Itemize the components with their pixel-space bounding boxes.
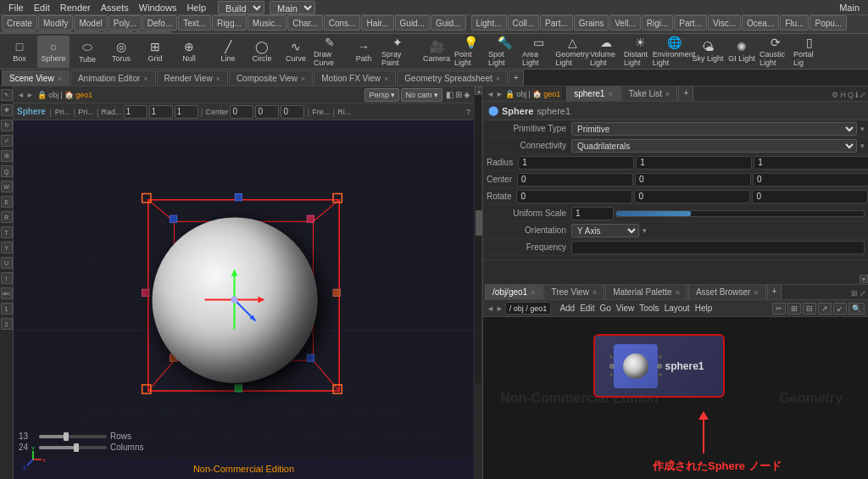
vp-persp-btn[interactable]: Persp ▾ xyxy=(364,88,399,102)
toolbar-visc[interactable]: Visc... xyxy=(708,15,741,31)
ne-tool-1[interactable]: ✂ xyxy=(772,303,786,315)
right-tab-takelist[interactable]: Take List × xyxy=(621,86,678,101)
ne-tool-5[interactable]: ↙ xyxy=(833,303,847,315)
toolbar-part2[interactable]: Part... xyxy=(674,15,707,31)
tab-render-view[interactable]: Render View × xyxy=(157,70,228,86)
right-panel-gear-icon[interactable]: ⚙ xyxy=(832,91,838,99)
menu-render[interactable]: Render xyxy=(55,3,96,13)
shape-box[interactable]: □ Box xyxy=(3,36,36,68)
menu-assets[interactable]: Assets xyxy=(96,3,134,13)
shape-curve[interactable]: ∿ Curve xyxy=(280,36,312,68)
shape-causticlight[interactable]: ⟳ Caustic Light xyxy=(760,36,792,68)
ne-menu-edit[interactable]: Edit xyxy=(580,304,594,313)
node-tab-tree-view-close[interactable]: × xyxy=(593,288,597,297)
menu-edit[interactable]: Edit xyxy=(29,3,55,13)
right-panel-h-icon[interactable]: H xyxy=(840,91,846,99)
param-center-y[interactable] xyxy=(255,105,279,119)
shape-arealight[interactable]: ▭ Area Light xyxy=(522,36,554,68)
ne-menu-help[interactable]: Help xyxy=(695,304,713,313)
toolbar-rigi[interactable]: Rigi... xyxy=(642,15,674,31)
prop-frequency-field[interactable] xyxy=(571,241,865,254)
node-tab-material-palette-close[interactable]: × xyxy=(676,288,680,297)
tool-11[interactable]: U xyxy=(1,257,13,269)
shape-geolight[interactable]: △ Geometry Light xyxy=(556,36,588,68)
prop-rotate-y[interactable] xyxy=(634,190,750,203)
tool-scale[interactable]: ⤢ xyxy=(1,135,13,147)
shape-drawcurve[interactable]: ✎ Draw Curve xyxy=(314,36,346,68)
tool-8[interactable]: R xyxy=(1,211,13,223)
tab-motion-fx-close[interactable]: × xyxy=(384,75,388,83)
toolbar-coll[interactable]: Coll... xyxy=(508,15,540,31)
nav-fwd-icon[interactable]: ► xyxy=(26,91,34,99)
tool-12[interactable]: I xyxy=(1,272,13,284)
prop-primitive-type-dropdown-icon[interactable]: ▾ xyxy=(860,125,865,133)
ne-menu-add[interactable]: Add xyxy=(559,304,575,313)
prop-connectivity-select[interactable]: Quadrilaterals xyxy=(571,139,857,153)
right-fwd-icon[interactable]: ► xyxy=(496,90,504,98)
tab-composite-view[interactable]: Composite View × xyxy=(229,70,313,86)
node-tab-asset-browser-close[interactable]: × xyxy=(754,288,758,297)
vp-nocam-btn[interactable]: No cam ▾ xyxy=(401,88,442,102)
tab-geo-spreadsheet-close[interactable]: × xyxy=(496,75,500,83)
right-panel-info-icon[interactable]: ℹ xyxy=(855,91,858,99)
shape-tube[interactable]: ⬭ Tube xyxy=(71,36,103,68)
ne-tool-2[interactable]: ⊞ xyxy=(787,303,801,315)
tool-num2[interactable]: 2 xyxy=(1,318,13,330)
prop-radius-z[interactable] xyxy=(754,156,868,170)
toolbar-ocea[interactable]: Ocea... xyxy=(742,15,779,31)
toolbar-model[interactable]: Model xyxy=(74,15,107,31)
right-tab-sphere1-close[interactable]: × xyxy=(608,90,612,98)
vp-icon2[interactable]: ⊞ xyxy=(455,90,462,99)
param-rad-field2[interactable] xyxy=(149,105,173,119)
rows-slider[interactable] xyxy=(39,435,107,438)
param-rad-field[interactable] xyxy=(124,105,147,119)
toolbar-part[interactable]: Part... xyxy=(540,15,573,31)
ne-menu-view[interactable]: View xyxy=(616,304,635,313)
shape-distlight[interactable]: ☀ Distant Light xyxy=(624,36,656,68)
tab-animation-editor[interactable]: Animation Editor × xyxy=(70,70,156,86)
node-tab-obj-geo1-close[interactable]: × xyxy=(531,288,535,297)
shape-camera[interactable]: 🎥 Camera xyxy=(420,36,453,68)
prop-orientation-dropdown-icon[interactable]: ▾ xyxy=(643,226,647,235)
toolbar-music[interactable]: Music... xyxy=(248,15,287,31)
ne-path-display[interactable]: / obj / geo1 xyxy=(505,302,552,315)
prop-uniform-scale-slider[interactable] xyxy=(615,210,865,217)
prop-rotate-z[interactable] xyxy=(752,190,868,203)
tool-select[interactable]: ↖ xyxy=(1,89,13,101)
node-canvas[interactable]: Non-Commercial Edition Geometry xyxy=(483,317,868,479)
prop-radius-x[interactable] xyxy=(518,156,634,170)
prop-center-x[interactable] xyxy=(517,173,633,187)
toolbar-guid2[interactable]: Guid... xyxy=(431,15,465,31)
cols-slider[interactable] xyxy=(39,446,107,449)
toolbar-guid1[interactable]: Guid... xyxy=(395,15,430,31)
tool-10[interactable]: Y xyxy=(1,242,13,253)
prop-radius-y[interactable] xyxy=(636,156,752,170)
viewport-scrollbar[interactable]: ▲ ▼ xyxy=(474,86,482,479)
prop-center-z[interactable] xyxy=(753,173,868,187)
tab-animation-editor-close[interactable]: × xyxy=(143,75,147,83)
right-panel-q-icon[interactable]: Q xyxy=(848,91,854,99)
tool-abc[interactable]: abc xyxy=(1,287,13,299)
tool-7[interactable]: E xyxy=(1,196,13,208)
shape-skylight[interactable]: 🌤 Sky Light xyxy=(692,36,724,68)
prop-orientation-select[interactable]: Y Axis xyxy=(571,224,639,237)
tab-add-button[interactable]: + xyxy=(509,70,524,86)
toolbar-grains[interactable]: Grains xyxy=(574,15,609,31)
prop-primitive-type-select[interactable]: Primitive xyxy=(571,122,857,136)
shape-grid[interactable]: ⊞ Grid xyxy=(139,36,171,68)
param-center-x[interactable] xyxy=(230,105,253,119)
right-tab-takelist-close[interactable]: × xyxy=(665,90,670,98)
menu-file[interactable]: File xyxy=(3,3,29,13)
scroll-thumb[interactable] xyxy=(476,210,482,236)
shape-spray[interactable]: ✦ Spray Paint xyxy=(381,36,414,68)
prop-connectivity-dropdown-icon[interactable]: ▾ xyxy=(860,142,865,150)
tool-move[interactable]: ✥ xyxy=(1,104,13,116)
menu-help[interactable]: Help xyxy=(181,3,211,13)
main-dropdown[interactable]: Main xyxy=(270,1,315,14)
geo1-label[interactable]: 🏠 geo1 xyxy=(64,91,93,99)
shape-vollight[interactable]: ☁ Volume Light xyxy=(590,36,622,68)
3d-viewport[interactable]: 13 Rows 24 Columns xyxy=(14,120,474,479)
shape-circle[interactable]: ◯ Circle xyxy=(246,36,278,68)
right-geo1-label[interactable]: 🏠 geo1 xyxy=(532,90,561,98)
node-tab-material-palette[interactable]: Material Palette × xyxy=(605,285,687,299)
